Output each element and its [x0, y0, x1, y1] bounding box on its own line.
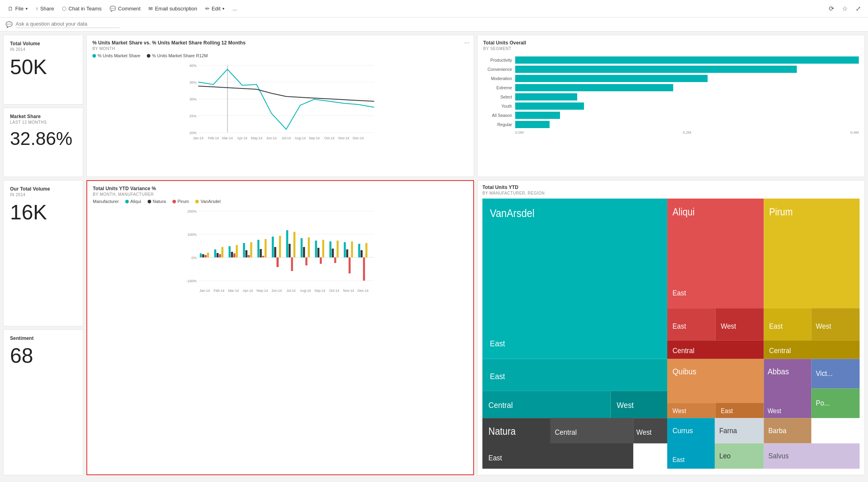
svg-rect-47 — [258, 240, 260, 257]
treemap-title: Total Units YTD — [482, 185, 860, 190]
file-chevron-icon: ▾ — [26, 6, 28, 11]
hbar-label-youth: Youth — [483, 104, 512, 108]
svg-rect-69 — [332, 249, 334, 257]
more-options-button[interactable]: ... — [229, 3, 240, 14]
hbar-rows: Productivity Convenience Moderation Extr… — [483, 56, 859, 135]
svg-rect-70 — [334, 257, 336, 263]
refresh-button[interactable]: ⟳ — [826, 3, 836, 14]
svg-rect-79 — [366, 243, 368, 257]
svg-text:May-14: May-14 — [251, 136, 262, 140]
svg-text:East: East — [672, 322, 686, 330]
email-label: Email subscription — [155, 6, 197, 12]
variance-subtitle: BY MONTH, MANUFACTURER — [93, 192, 468, 197]
market-share-subtitle: LAST 12 MONTHS — [10, 120, 76, 125]
svg-text:0%: 0% — [191, 256, 196, 260]
treemap-body: VanArsdel East Central West East Central… — [482, 199, 860, 469]
line-chart-title: % Units Market Share vs. % Units Market … — [92, 40, 468, 46]
hbar-row-youth: Youth — [483, 102, 859, 110]
svg-text:Jul-14: Jul-14 — [282, 136, 291, 140]
svg-rect-34 — [207, 253, 209, 257]
total-volume-bottom-card: Our Total Volume IN 2014 16K — [3, 180, 83, 326]
svg-text:Feb-14: Feb-14 — [214, 289, 224, 293]
qa-input[interactable] — [16, 21, 120, 28]
line-chart-legend: % Units Market Share % Units Market Shar… — [92, 53, 468, 58]
email-icon: ✉ — [148, 6, 153, 12]
hbar-row-allseason: All Season — [483, 112, 859, 119]
share-icon: ↑ — [36, 6, 38, 12]
svg-text:West: West — [816, 322, 831, 330]
variance-title: Total Units YTD Variance % — [93, 186, 468, 191]
hbar-row-convenience: Convenience — [483, 66, 859, 73]
svg-text:Sep-14: Sep-14 — [314, 289, 326, 293]
email-subscription-button[interactable]: ✉ Email subscription — [145, 3, 200, 14]
hbar-fill-allseason — [515, 112, 560, 119]
qa-icon: 💬 — [6, 21, 12, 28]
variance-legend-prefix: Manufacturer — [93, 199, 119, 204]
our-total-volume-subtitle: IN 2014 — [10, 193, 76, 197]
qa-bar: 💬 — [0, 18, 868, 32]
legend-label-r12m: % Units Market Share R12M — [152, 53, 208, 58]
svg-text:100%: 100% — [187, 233, 196, 237]
svg-text:Dec-14: Dec-14 — [358, 289, 369, 293]
svg-text:East: East — [721, 407, 733, 414]
svg-rect-76 — [358, 244, 360, 257]
svg-text:East: East — [488, 454, 502, 462]
svg-rect-62 — [306, 257, 308, 265]
svg-rect-64 — [315, 241, 317, 257]
sentiment-title: Sentiment — [10, 335, 76, 341]
svg-rect-31 — [200, 253, 202, 257]
hbar-fill-youth — [515, 102, 584, 110]
svg-text:East: East — [672, 289, 686, 297]
file-button[interactable]: 🗋 File ▾ — [5, 3, 31, 14]
comment-button[interactable]: 💬 Comment — [106, 3, 144, 14]
hbar-label-convenience: Convenience — [483, 67, 512, 72]
svg-rect-35 — [214, 249, 216, 257]
hbar-row-regular: Regular — [483, 121, 859, 128]
legend-dot-r12m — [147, 54, 150, 58]
svg-text:Quibus: Quibus — [672, 367, 696, 376]
dashboard: Total Volume IN 2014 50K Market Share LA… — [0, 32, 868, 478]
svg-text:Aug-14: Aug-14 — [300, 289, 311, 293]
svg-text:Pirum: Pirum — [769, 206, 793, 217]
svg-rect-42 — [236, 245, 238, 257]
market-share-card: Market Share LAST 12 MONTHS 32.86% — [3, 108, 83, 177]
fullscreen-button[interactable]: ⤢ — [853, 3, 863, 14]
svg-rect-49 — [262, 256, 264, 257]
hbar-track-moderation — [515, 75, 859, 82]
svg-text:200%: 200% — [187, 209, 196, 213]
svg-text:East: East — [769, 322, 783, 330]
share-button[interactable]: ↑ Share — [32, 3, 57, 14]
total-volume-card: Total Volume IN 2014 50K — [3, 35, 83, 104]
hbar-fill-convenience — [515, 66, 797, 73]
legend-pirum: Pirum — [172, 199, 189, 204]
svg-rect-75 — [351, 241, 353, 257]
svg-rect-50 — [265, 239, 267, 257]
svg-rect-66 — [320, 257, 322, 264]
svg-text:West: West — [636, 428, 652, 437]
line-chart-more-button[interactable]: ··· — [464, 39, 470, 46]
hbar-row-extreme: Extreme — [483, 84, 859, 91]
legend-dot-vanarsdel — [195, 200, 199, 203]
market-share-value: 32.86% — [10, 129, 76, 149]
treemap-card: Total Units YTD BY MANUFACTURER, REGION … — [477, 180, 865, 475]
svg-text:Jun-14: Jun-14 — [272, 289, 282, 293]
svg-text:Nov-14: Nov-14 — [343, 289, 354, 293]
chat-in-teams-button[interactable]: ⬡ Chat in Teams — [59, 3, 105, 14]
total-volume-title: Total Volume — [10, 41, 76, 46]
svg-text:Central: Central — [672, 346, 694, 355]
line-chart-subtitle: BY MONTH — [92, 46, 468, 51]
svg-rect-67 — [322, 240, 324, 257]
sentiment-card: Sentiment 68 — [3, 329, 83, 475]
svg-text:Aug-14: Aug-14 — [295, 136, 306, 140]
svg-text:Abbas: Abbas — [768, 367, 789, 376]
svg-text:25%: 25% — [189, 114, 196, 118]
edit-button[interactable]: ✏ Edit ▾ — [202, 3, 228, 14]
favorite-button[interactable]: ☆ — [840, 3, 850, 14]
market-share-title: Market Share — [10, 114, 76, 119]
legend-natura: Natura — [148, 199, 166, 204]
hbar-track-allseason — [515, 112, 859, 119]
svg-text:Natura: Natura — [488, 426, 516, 437]
legend-label-vanarsdel: VanArsdel — [200, 199, 220, 204]
svg-text:Vict...: Vict... — [816, 369, 833, 378]
svg-rect-37 — [219, 254, 221, 257]
